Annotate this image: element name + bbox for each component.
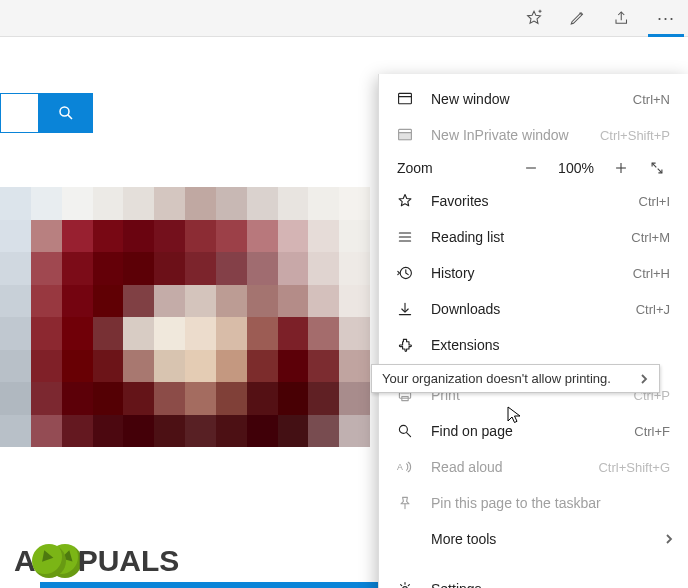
pin-icon <box>397 495 419 511</box>
menu-label: New InPrivate window <box>431 127 600 143</box>
menu-shortcut: Ctrl+I <box>639 194 670 209</box>
watermark-logo: A PUALS <box>14 544 179 578</box>
apple-icon <box>32 544 66 578</box>
menu-shortcut: Ctrl+Shift+P <box>600 128 670 143</box>
zoom-percent: 100% <box>554 160 598 176</box>
menu-more-tools[interactable]: More tools <box>379 521 688 557</box>
more-icon: ··· <box>657 8 675 29</box>
menu-label: More tools <box>431 531 670 547</box>
zoom-out-button[interactable] <box>518 161 544 175</box>
downloads-icon <box>397 301 419 317</box>
search-input[interactable] <box>0 93 38 133</box>
menu-shortcut: Ctrl+M <box>631 230 670 245</box>
zoom-in-button[interactable] <box>608 161 634 175</box>
menu-label: History <box>431 265 633 281</box>
menu-zoom-row: Zoom 100% <box>379 160 688 176</box>
history-icon <box>397 265 419 281</box>
svg-rect-5 <box>399 93 412 103</box>
read-aloud-icon: A <box>397 459 419 475</box>
reading-list-icon <box>397 229 419 245</box>
find-icon <box>397 423 419 439</box>
menu-shortcut: Ctrl+H <box>633 266 670 281</box>
svg-rect-9 <box>399 133 412 140</box>
zoom-label: Zoom <box>397 160 508 176</box>
search-button[interactable] <box>38 93 93 133</box>
menu-label: Read aloud <box>431 459 598 475</box>
watermark-suffix: PUALS <box>78 544 180 578</box>
menu-settings[interactable]: Settings <box>379 571 688 588</box>
menu-pin-taskbar: Pin this page to the taskbar <box>379 485 688 521</box>
menu-downloads[interactable]: Downloads Ctrl+J <box>379 291 688 327</box>
menu-new-inprivate: New InPrivate window Ctrl+Shift+P <box>379 117 688 153</box>
menu-history[interactable]: History Ctrl+H <box>379 255 688 291</box>
menu-favorites[interactable]: Favorites Ctrl+I <box>379 183 688 219</box>
menu-reading-list[interactable]: Reading list Ctrl+M <box>379 219 688 255</box>
page-content: A PUALS wsxdn.com New window Ctrl+N New … <box>0 37 688 588</box>
web-notes-button[interactable] <box>556 0 600 36</box>
add-favorites-button[interactable] <box>512 0 556 36</box>
menu-label: Find on page <box>431 423 634 439</box>
menu-label: Downloads <box>431 301 636 317</box>
svg-rect-22 <box>399 393 410 399</box>
menu-extensions[interactable]: Extensions <box>379 327 688 363</box>
menu-label: Settings <box>431 581 670 588</box>
menu-read-aloud: A Read aloud Ctrl+Shift+G <box>379 449 688 485</box>
menu-label: Pin this page to the taskbar <box>431 495 670 511</box>
browser-toolbar: ··· <box>0 0 688 37</box>
svg-line-14 <box>658 169 662 173</box>
blurred-image <box>0 187 370 447</box>
menu-label: Reading list <box>431 229 631 245</box>
menu-shortcut: Ctrl+Shift+G <box>598 460 670 475</box>
print-disabled-tooltip: Your organization doesn't allow printing… <box>371 364 660 393</box>
chevron-right-icon <box>639 372 649 387</box>
share-button[interactable] <box>600 0 644 36</box>
menu-label: New window <box>431 91 633 107</box>
search-icon <box>57 104 75 122</box>
menu-find-on-page[interactable]: Find on page Ctrl+F <box>379 413 688 449</box>
svg-line-25 <box>407 433 411 437</box>
svg-text:A: A <box>397 462 403 472</box>
star-icon <box>397 193 419 209</box>
chevron-right-icon <box>664 531 674 547</box>
svg-point-3 <box>60 107 69 116</box>
gear-icon <box>397 581 419 588</box>
menu-shortcut: Ctrl+N <box>633 92 670 107</box>
menu-new-window[interactable]: New window Ctrl+N <box>379 81 688 117</box>
menu-shortcut: Ctrl+F <box>634 424 670 439</box>
svg-point-24 <box>399 425 407 433</box>
menu-label: Favorites <box>431 193 639 209</box>
more-options-button[interactable]: ··· <box>644 0 688 36</box>
window-icon <box>397 91 419 107</box>
fullscreen-button[interactable] <box>644 161 670 175</box>
cursor-icon <box>507 406 523 429</box>
svg-line-13 <box>652 163 656 167</box>
inprivate-icon <box>397 127 419 143</box>
settings-menu: New window Ctrl+N New InPrivate window C… <box>378 74 688 588</box>
tooltip-text: Your organization doesn't allow printing… <box>382 371 611 386</box>
menu-shortcut: Ctrl+J <box>636 302 670 317</box>
menu-label: Extensions <box>431 337 670 353</box>
extensions-icon <box>397 337 419 353</box>
svg-line-4 <box>67 115 71 119</box>
